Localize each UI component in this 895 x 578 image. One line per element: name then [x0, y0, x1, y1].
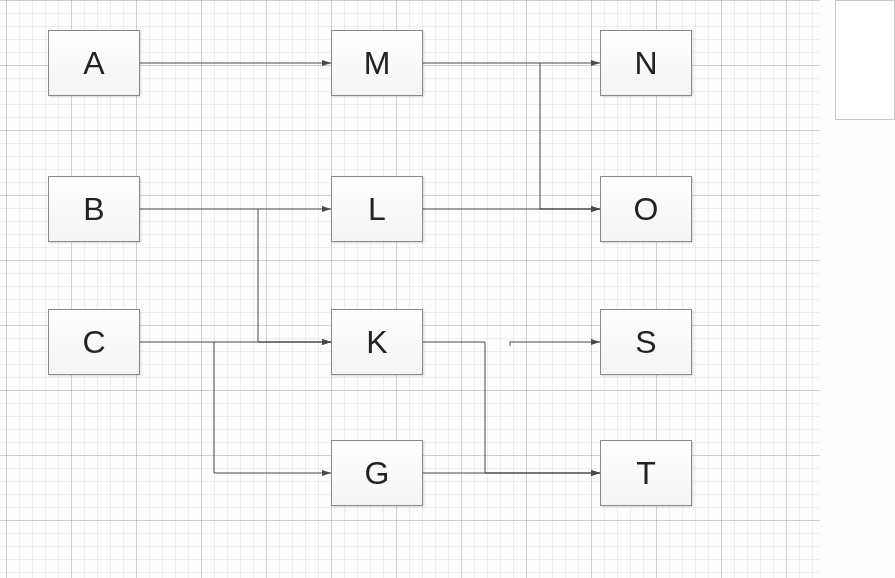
node-label: B	[83, 191, 104, 228]
node-label: T	[636, 455, 656, 492]
node-label: S	[635, 324, 656, 361]
node-N[interactable]: N	[600, 30, 692, 96]
node-C[interactable]: C	[48, 309, 140, 375]
node-G[interactable]: G	[331, 440, 423, 506]
node-M[interactable]: M	[331, 30, 423, 96]
node-K[interactable]: K	[331, 309, 423, 375]
node-label: A	[83, 45, 104, 82]
node-label: G	[365, 455, 390, 492]
node-label: M	[364, 45, 391, 82]
node-O[interactable]: O	[600, 176, 692, 242]
node-T[interactable]: T	[600, 440, 692, 506]
side-panel	[835, 0, 895, 120]
node-label: C	[82, 324, 105, 361]
node-L[interactable]: L	[331, 176, 423, 242]
diagram-canvas: ABCMLKGNOST	[0, 0, 895, 578]
node-S[interactable]: S	[600, 309, 692, 375]
node-label: O	[634, 191, 659, 228]
node-label: K	[366, 324, 387, 361]
node-label: N	[634, 45, 657, 82]
node-A[interactable]: A	[48, 30, 140, 96]
node-B[interactable]: B	[48, 176, 140, 242]
node-label: L	[368, 191, 386, 228]
